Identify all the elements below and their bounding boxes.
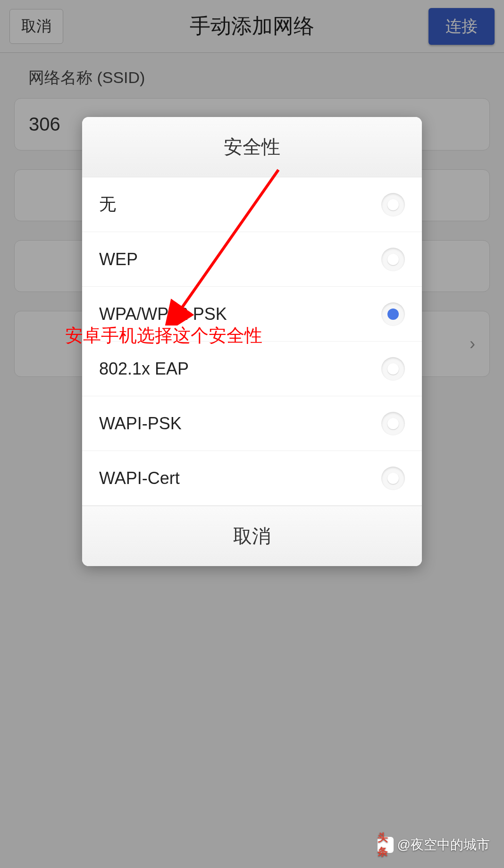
watermark: 头条 @夜空中的城市 — [378, 836, 490, 854]
radio-icon — [381, 357, 405, 381]
option-label: WEP — [99, 250, 138, 269]
option-label: 无 — [99, 193, 116, 216]
radio-icon — [381, 467, 405, 490]
watermark-text: @夜空中的城市 — [397, 836, 490, 854]
option-label: WAPI-Cert — [99, 468, 180, 488]
security-option-0[interactable]: 无 — [82, 177, 422, 232]
security-option-5[interactable]: WAPI-Cert — [82, 451, 422, 506]
security-option-4[interactable]: WAPI-PSK — [82, 396, 422, 451]
radio-icon — [381, 302, 405, 326]
modal-overlay[interactable]: 安全性 无WEPWPA/WPA2 PSK802.1x EAPWAPI-PSKWA… — [0, 0, 504, 868]
radio-icon — [381, 193, 405, 217]
option-label: WAPI-PSK — [99, 414, 182, 434]
radio-icon — [381, 412, 405, 435]
modal-cancel-button[interactable]: 取消 — [82, 506, 422, 566]
watermark-logo-icon: 头条 — [378, 837, 394, 853]
option-label: WPA/WPA2 PSK — [99, 304, 227, 324]
option-label: 802.1x EAP — [99, 359, 189, 379]
security-modal: 安全性 无WEPWPA/WPA2 PSK802.1x EAPWAPI-PSKWA… — [82, 117, 422, 566]
modal-title: 安全性 — [82, 117, 422, 177]
security-option-1[interactable]: WEP — [82, 232, 422, 287]
security-option-2[interactable]: WPA/WPA2 PSK — [82, 287, 422, 342]
security-option-3[interactable]: 802.1x EAP — [82, 342, 422, 396]
radio-icon — [381, 248, 405, 271]
